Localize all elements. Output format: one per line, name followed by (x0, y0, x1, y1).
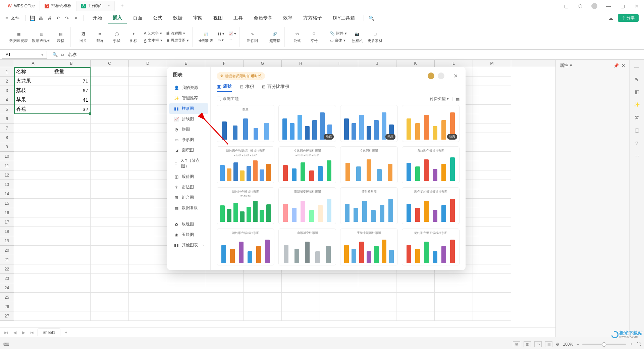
side-stock[interactable]: ◫股价图 (169, 171, 208, 182)
chart-thumb[interactable]: 简约彩色渐变簇状柱形图 (402, 229, 460, 265)
side-smart[interactable]: ✨智能推荐 (169, 93, 208, 103)
side-jade[interactable]: ◉玉块图 (169, 230, 208, 240)
badge-icon[interactable] (438, 72, 444, 79)
mindmap-button[interactable]: ⊞思维导图 ▾ (165, 37, 190, 44)
all-charts-button[interactable]: 📊全部图表 (197, 27, 215, 47)
chart-thumb[interactable]: 动态 (340, 105, 398, 142)
chart-thumb[interactable]: 清新渐变簇状柱形图 (278, 187, 336, 224)
avatar-icon[interactable] (428, 72, 434, 79)
equation-button[interactable]: √x公式 (289, 27, 305, 47)
print-preview-icon[interactable]: 🖨 (46, 14, 53, 22)
col-I[interactable]: I (320, 60, 358, 67)
cell[interactable]: 数量 (52, 67, 91, 77)
new-tab-button[interactable]: ＋ (115, 1, 129, 11)
print-icon[interactable]: 🖶 (37, 14, 45, 22)
camera-button[interactable]: 📷照相机 (350, 27, 365, 47)
sheet-prev-icon[interactable]: ◀ (11, 330, 18, 335)
chart-thumb[interactable]: 立体圆柱形图 (340, 146, 398, 183)
view-grid-icon[interactable]: ⊞ (513, 341, 520, 347)
maximize-button[interactable]: ▢ (618, 2, 627, 10)
follow-theme-checkbox[interactable]: 跟随主题 (217, 96, 239, 102)
side-rose[interactable]: ✿玫瑰图 (169, 219, 208, 230)
rail-help-icon[interactable]: ? (633, 139, 641, 147)
side-bar[interactable]: ▭条形图 (169, 135, 208, 145)
view-page-icon[interactable]: ▭ (534, 341, 542, 347)
col-K[interactable]: K (396, 60, 435, 67)
chart-thumb[interactable]: 动态 (278, 105, 336, 142)
tab-start[interactable]: 开始 (88, 13, 107, 23)
menu-icon[interactable]: ≡ (5, 15, 8, 21)
tab-ffgz[interactable]: 方方格子 (299, 13, 327, 23)
pay-filter[interactable]: 付费类型 ▾ (430, 96, 449, 102)
formula-input[interactable]: 名称 (68, 52, 76, 58)
side-dashboard[interactable]: ▦数据看板 (169, 203, 208, 213)
zoom-out-button[interactable]: − (577, 342, 579, 347)
cell[interactable]: 名称 (14, 67, 52, 77)
search-icon[interactable]: 🔍 (368, 14, 375, 22)
chart-thumb[interactable]: 条纹彩色簇状柱形图 (402, 146, 460, 183)
share-button[interactable]: ⇪分享 (618, 14, 639, 22)
pivot-table-button[interactable]: ▦数据透视表 (8, 27, 29, 47)
form-button[interactable]: ▭窗体 ▾ (329, 37, 348, 44)
dialog-close-button[interactable]: ✕ (451, 72, 460, 80)
tab-wps[interactable]: W WPS Office (3, 1, 40, 11)
chart-thumb[interactable]: 山形渐变柱形图 (278, 229, 336, 265)
col-J[interactable]: J (358, 60, 396, 67)
col-B[interactable]: B (52, 60, 91, 67)
tab-review[interactable]: 审阅 (189, 13, 207, 23)
side-column[interactable]: ▮▮柱形图 (169, 103, 208, 114)
subtab-stack[interactable]: ⊟堆积 (240, 84, 254, 92)
col-D[interactable]: D (129, 60, 167, 67)
chart-thumb[interactable]: 手绘小漫画柱形图 (340, 229, 398, 265)
tab-templates[interactable]: D 找稻壳模板 (40, 1, 76, 11)
subtab-pct[interactable]: ⊞百分比堆积 (262, 84, 289, 92)
rail-more-icon[interactable]: ⋯ (633, 152, 641, 160)
view-normal-icon[interactable]: ◫ (524, 341, 531, 347)
chart-thumb[interactable]: 简约纯色簇状柱形图■A ■B ■C (217, 187, 274, 224)
pin-icon[interactable]: 📌 (613, 63, 619, 68)
view-read-icon[interactable]: ▤ (545, 341, 552, 347)
select-all-corner[interactable] (0, 60, 14, 67)
tab-page[interactable]: 页面 (128, 13, 147, 23)
side-other[interactable]: ▮▮其他图表› (169, 240, 208, 250)
col-L[interactable]: L (435, 60, 473, 67)
chart-thumb[interactable]: 立体彩色簇状柱形图■系列1 ■系列2 ■系列3 (278, 146, 336, 183)
attachment-button[interactable]: 📎附件 ▾ (329, 30, 348, 37)
wordart-button[interactable]: A艺术字 ▾ (143, 30, 164, 37)
side-area[interactable]: ◢面积图 (169, 145, 208, 155)
col-M[interactable]: M (473, 60, 511, 67)
zoom-in-button[interactable]: ＋ (629, 341, 633, 347)
rail-tools-icon[interactable]: 🛠 (633, 113, 641, 121)
side-combo[interactable]: ⊞组合图 (169, 192, 208, 203)
undo-icon[interactable]: ↶ (55, 14, 62, 22)
avatar-icon[interactable] (590, 2, 599, 10)
dropdown-icon[interactable]: ▾ (72, 14, 79, 22)
col-C[interactable]: C (91, 60, 129, 67)
pivot-chart-button[interactable]: ▥数据透视图 (31, 27, 52, 47)
chart-thumb[interactable]: 箭头柱形图 (340, 187, 398, 224)
chart-thumb[interactable]: 数量 (217, 105, 274, 142)
side-pie[interactable]: ◔饼图 (169, 124, 208, 135)
tab-insert[interactable]: 插入 (108, 13, 127, 23)
settings-icon[interactable]: ⚙ (556, 342, 559, 347)
subtab-cluster[interactable]: ▯▯簇状 (217, 83, 232, 92)
col-E[interactable]: E (167, 60, 205, 67)
chart-thumb[interactable]: 简约彩色数据标注簇状柱形图■系列1 ■系列2 ■系列3 (217, 146, 274, 183)
redo-icon[interactable]: ↷ (63, 14, 71, 22)
chart-thumb[interactable]: 动态 (402, 105, 460, 142)
tab-data[interactable]: 数据 (168, 13, 187, 23)
hyperlink-button[interactable]: 🔗超链接 (267, 27, 282, 47)
tab-view[interactable]: 视图 (209, 13, 227, 23)
side-line[interactable]: 📈折线图 (169, 114, 208, 124)
sheet-last-icon[interactable]: ⏭ (29, 330, 36, 335)
zoom-value[interactable]: 100% (563, 342, 573, 347)
table-button[interactable]: ▤表格 (53, 27, 68, 47)
side-resources[interactable]: 👤我的资源 (169, 83, 208, 93)
status-indicator-icon[interactable]: ⌨ (3, 342, 9, 347)
layout-icon[interactable]: ▢ (561, 2, 571, 10)
close-button[interactable]: ✕ (632, 2, 641, 10)
promo-banner[interactable]: ♛超级会员限时加赠时长 (217, 72, 265, 80)
sparkline-button[interactable]: ∿迷你图 (245, 27, 260, 47)
file-menu[interactable]: 文件 (11, 15, 19, 21)
row-header[interactable]: 1 (0, 67, 14, 77)
